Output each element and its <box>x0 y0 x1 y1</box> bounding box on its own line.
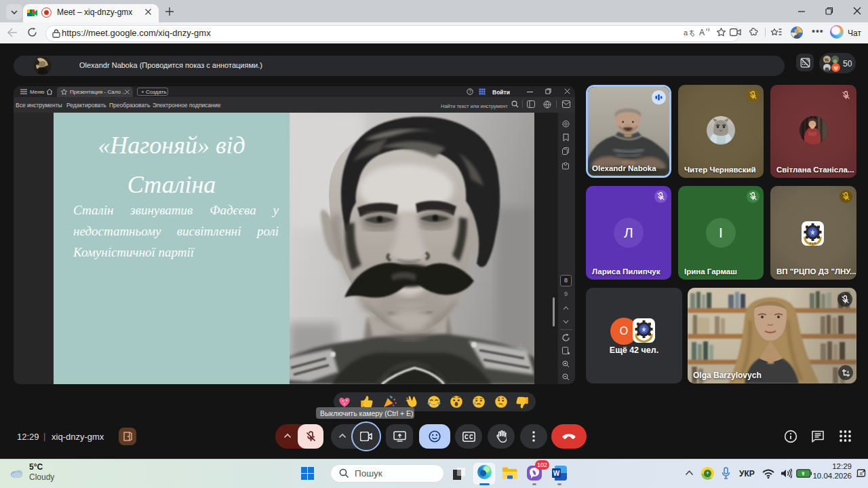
svg-text:Б: Б <box>860 472 863 476</box>
svg-text:W: W <box>553 470 560 477</box>
svg-text:A: A <box>699 28 705 37</box>
svg-text:a: a <box>684 29 688 37</box>
svg-text:?: ? <box>469 89 471 94</box>
